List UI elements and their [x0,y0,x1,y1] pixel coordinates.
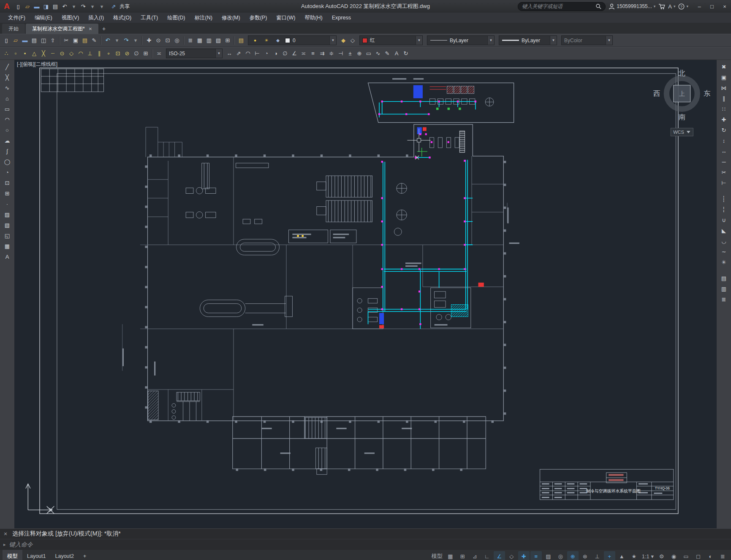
osnap-settings-icon[interactable]: ⊞ [141,49,150,58]
tolerance-icon[interactable]: ± [345,49,355,58]
customize-icon[interactable]: ≣ [717,551,728,560]
workspace-switching-icon[interactable]: ⚙ [656,551,667,560]
zoom-window-icon[interactable]: ⊡ [163,36,172,45]
menu-format[interactable]: 格式(O) [109,13,136,23]
help-menu[interactable]: ? ▾ [678,3,688,10]
menu-parametric[interactable]: 参数(P) [245,13,272,23]
point-tool-icon[interactable]: ∙ [2,199,13,208]
undo-caret-icon[interactable]: ▾ [112,36,122,45]
menu-edit[interactable]: 编辑(E) [30,13,57,23]
3d-object-snap-icon[interactable]: ⊛ [579,551,591,560]
snap-intersection-icon[interactable]: ╳ [39,49,48,58]
designcenter-icon[interactable]: ▦ [195,36,204,45]
infer-constraints-icon[interactable]: ⊿ [469,551,481,560]
cart-icon[interactable] [658,3,665,10]
new-icon[interactable]: ▯ [14,2,23,11]
layer-thaw-icon[interactable]: ☀ [262,36,271,45]
open-icon[interactable]: ▱ [23,2,32,11]
lengthen-tool-icon[interactable]: ─ [718,157,729,166]
account-menu[interactable]: 15059991355... ▾ [609,3,655,10]
menu-dimension[interactable]: 标注(N) [190,13,217,23]
object-snap-icon[interactable]: ⊕ [567,551,579,560]
menu-express[interactable]: Express [327,13,356,23]
dim-continue-icon[interactable]: ⇉ [318,49,327,58]
join-tool-icon[interactable]: ∪ [718,215,729,225]
extend-tool-icon[interactable]: ⊢ [718,178,729,187]
color-dropdown[interactable]: 红 ▼ [359,35,423,45]
save-icon[interactable]: ▬ [20,36,30,45]
paste-icon[interactable]: ▤ [80,36,90,45]
zoom-previous-icon[interactable]: ◎ [172,36,182,45]
quick-dim-icon[interactable]: ≍ [299,49,308,58]
snap-extension-icon[interactable]: ┄ [48,49,57,58]
dim-edit-icon[interactable]: ✎ [383,49,392,58]
snap-endpoint-icon[interactable]: ▪ [20,49,30,58]
plot-icon[interactable]: ▤ [51,2,60,11]
snap-from-icon[interactable]: ▫ [11,49,20,58]
properties-icon[interactable]: ≣ [186,36,195,45]
snap-parallel-icon[interactable]: ∥ [95,49,104,58]
dropdown-arrow-icon[interactable]: ▼ [487,36,494,45]
fillet-tool-icon[interactable]: ◡ [718,236,729,246]
grid-icon[interactable]: ▦ [445,551,456,560]
explode-tool-icon[interactable]: ✳ [718,257,729,267]
snap-quadrant-icon[interactable]: ◇ [67,49,76,58]
dropdown-arrow-icon[interactable]: ▼ [606,36,612,45]
chamfer-tool-icon[interactable]: ◣ [718,226,729,235]
rotate-tool-icon[interactable]: ↻ [718,125,729,135]
publish-icon[interactable]: ⇧ [48,36,57,45]
ungroup-tool-icon[interactable]: ▥ [718,284,729,293]
stretch-tool-icon[interactable]: ↔ [718,146,729,156]
dropdown-arrow-icon[interactable]: ▼ [329,36,336,45]
redo-icon[interactable]: ↷ [122,36,131,45]
dim-space-icon[interactable]: ≑ [327,49,336,58]
snap-mode-icon[interactable]: ⊞ [457,551,468,560]
dynamic-ucs-icon[interactable]: ⊥ [592,551,603,560]
circle-tool-icon[interactable]: ○ [2,125,13,135]
wcs-indicator[interactable]: WCS [671,128,693,136]
array-tool-icon[interactable]: ∷ [718,104,729,114]
menu-file[interactable]: 文件(F) [3,13,30,23]
close-button[interactable]: × [718,0,731,13]
tab-close-icon[interactable]: ✕ [89,27,92,31]
new-tab-button[interactable]: + [99,24,109,34]
pan-icon[interactable]: ✚ [144,36,154,45]
line-tool-icon[interactable]: ╱ [2,62,13,71]
command-input[interactable]: ▸ 键入命令 [0,539,731,550]
layer-dropdown[interactable]: ●☀◆ 0 ▼ [248,35,337,45]
qnew-icon[interactable]: ▯ [2,36,11,45]
move-tool-icon[interactable]: ✚ [718,115,729,124]
group-tool-icon[interactable]: ▤ [718,273,729,283]
temporary-track-point-icon[interactable]: ∴ [2,49,11,58]
menu-tools[interactable]: 工具(T) [136,13,163,23]
revision-cloud-tool-icon[interactable]: ☁ [2,136,13,145]
redo-caret-icon[interactable]: ▾ [88,2,97,11]
transparency-icon[interactable]: ▨ [543,551,554,560]
insert-block-tool-icon[interactable]: ⊡ [2,178,13,187]
redo-caret-icon[interactable]: ▾ [131,36,140,45]
dim-inspect-icon[interactable]: ▭ [364,49,373,58]
ortho-icon[interactable]: ∟ [481,551,493,560]
layer-on-icon[interactable]: ● [250,36,260,45]
region-tool-icon[interactable]: ◱ [2,231,13,240]
close-icon[interactable]: ✕ [3,531,8,537]
snap-tangent-icon[interactable]: ◠ [76,49,85,58]
snap-none-icon[interactable]: ∅ [132,49,141,58]
dim-jogged-icon[interactable]: ◑ [271,49,280,58]
cut-icon[interactable]: ✂ [62,36,71,45]
layout2-tab[interactable]: Layout2 [50,550,78,560]
polyline-tool-icon[interactable]: ∿ [2,83,13,92]
viewport-controls[interactable]: [-][俯视][二维线框] [17,61,57,68]
arc-tool-icon[interactable]: ◠ [2,115,13,124]
layer-previous-icon[interactable]: ◇ [348,36,357,45]
lock-ui-icon[interactable]: ◻ [693,551,704,560]
save-as-icon[interactable]: ◨ [41,2,51,11]
open-icon[interactable]: ▱ [11,36,20,45]
dim-diameter-icon[interactable]: ∅ [280,49,290,58]
annotation-visibility-icon[interactable]: ▲ [616,551,628,560]
dim-aligned-icon[interactable]: ⇗ [234,49,243,58]
menu-help[interactable]: 帮助(H) [300,13,327,23]
plotstyle-dropdown[interactable]: ByColor ▼ [561,35,613,45]
layout1-tab[interactable]: Layout1 [22,550,50,560]
undo-caret-icon[interactable]: ▾ [69,2,79,11]
